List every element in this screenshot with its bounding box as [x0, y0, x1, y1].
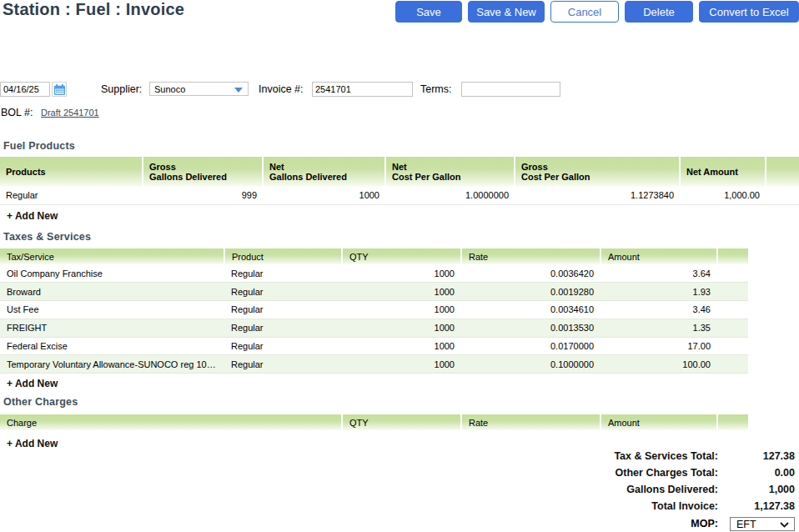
- col-products: Products: [0, 157, 143, 187]
- total-row-other-charges: Other Charges Total: 0.00: [382, 464, 799, 481]
- tax-cell: 3.64: [601, 264, 717, 283]
- supplier-label: Supplier:: [101, 83, 142, 95]
- tax-cell: 3.46: [601, 301, 717, 319]
- taxes-services-heading: Taxes & Services: [3, 231, 91, 243]
- fuel-products-header-row: Products GrossGallons Delivered NetGallo…: [0, 157, 799, 187]
- tax-service-row[interactable]: BrowardRegular10000.00192801.93: [0, 283, 748, 301]
- cell-net-cpg: 1.0000000: [385, 187, 515, 204]
- col-net-amount: Net Amount: [680, 157, 766, 187]
- col-tax-service: Tax/Service: [0, 248, 224, 264]
- totals-block: Tax & Services Total: 127.38 Other Charg…: [382, 448, 799, 514]
- tax-cell: Federal Excise: [0, 337, 224, 355]
- cell-product: Regular: [0, 187, 143, 204]
- tax-cell: 17.00: [601, 337, 717, 355]
- supplier-dropdown[interactable]: Sunoco: [149, 82, 249, 96]
- save-button[interactable]: Save: [395, 1, 462, 23]
- mop-label: MOP:: [691, 518, 718, 529]
- tax-cell: Ust Fee: [0, 301, 224, 319]
- tax-cell: Regular: [224, 283, 342, 301]
- tax-cell: 1000: [342, 283, 461, 301]
- other-charges-header-row: Charge QTY Rate Amount: [0, 414, 748, 430]
- fuel-product-row[interactable]: Regular 999 1000 1.0000000 1.1273840 1,0…: [0, 187, 799, 204]
- taxes-add-new-link[interactable]: + Add New: [7, 378, 58, 389]
- col-qty: QTY: [342, 414, 461, 430]
- total-label: Gallons Delivered:: [382, 484, 718, 495]
- tax-cell: Regular: [224, 337, 342, 355]
- convert-to-excel-button[interactable]: Convert to Excel: [699, 1, 799, 23]
- tax-cell: Broward: [0, 283, 224, 301]
- col-filler: [717, 248, 748, 264]
- cell-filler: [717, 355, 748, 374]
- cell-gross-cpg: 1.1273840: [515, 187, 680, 204]
- mop-select[interactable]: EFT: [730, 517, 795, 531]
- total-row-gallons: Gallons Delivered: 1,000: [382, 481, 799, 498]
- tax-cell: 1000: [342, 264, 461, 283]
- col-amount: Amount: [601, 248, 717, 264]
- cell-filler: [717, 283, 748, 301]
- cell-filler: [717, 301, 748, 319]
- toolbar: Save Save & New Cancel Delete Convert to…: [395, 1, 799, 23]
- tax-service-row[interactable]: FREIGHTRegular10000.00135301.35: [0, 319, 748, 337]
- terms-label: Terms:: [420, 83, 452, 95]
- invoice-number-label: Invoice #:: [259, 83, 304, 95]
- tax-cell: 1.35: [601, 319, 717, 337]
- terms-input[interactable]: [461, 82, 560, 97]
- cancel-button[interactable]: Cancel: [550, 1, 619, 23]
- col-net-gallons: NetGallons Delivered: [263, 157, 385, 187]
- save-and-new-button[interactable]: Save & New: [468, 1, 545, 23]
- supplier-value: Sunoco: [154, 84, 185, 94]
- tax-cell: 0.0019280: [461, 283, 601, 301]
- delete-button[interactable]: Delete: [625, 1, 693, 23]
- calendar-icon: [53, 83, 66, 96]
- bol-draft-link[interactable]: Draft 2541701: [41, 108, 99, 118]
- col-charge: Charge: [0, 414, 342, 430]
- other-charges-table: Charge QTY Rate Amount: [0, 414, 748, 430]
- fuel-products-table: Products GrossGallons Delivered NetGallo…: [0, 157, 799, 205]
- date-input[interactable]: [0, 82, 50, 97]
- col-amount: Amount: [601, 414, 717, 430]
- col-filler: [766, 157, 799, 187]
- total-value: 127.38: [718, 450, 799, 462]
- fuel-products-heading: Fuel Products: [3, 140, 75, 152]
- tax-cell: Oil Company Franchise: [0, 264, 224, 283]
- invoice-number-input[interactable]: [312, 82, 413, 97]
- tax-service-row[interactable]: Ust FeeRegular10000.00346103.46: [0, 301, 748, 319]
- fuel-add-new-link[interactable]: + Add New: [7, 210, 58, 222]
- tax-cell: 0.0170000: [461, 337, 601, 355]
- tax-cell: 1000: [342, 301, 461, 319]
- col-product: Product: [224, 248, 342, 264]
- col-filler: [717, 414, 748, 430]
- total-value: 0.00: [718, 467, 799, 479]
- cell-filler: [717, 264, 748, 283]
- invoice-form-row: Supplier: Sunoco Invoice #: Terms:: [0, 82, 799, 97]
- cell-gross-gallons: 999: [143, 187, 263, 204]
- tax-service-row[interactable]: Federal ExciseRegular10000.017000017.00: [0, 337, 748, 355]
- mop-row: MOP: EFT: [0, 517, 799, 532]
- taxes-header-row: Tax/Service Product QTY Rate Amount: [0, 248, 748, 264]
- total-label: Tax & Services Total:: [382, 450, 718, 462]
- tax-cell: Regular: [224, 264, 342, 283]
- page-title: Station : Fuel : Invoice: [3, 0, 184, 19]
- tax-service-row[interactable]: Oil Company FranchiseRegular10000.003642…: [0, 264, 748, 283]
- chevron-down-icon: [234, 88, 243, 93]
- col-gross-gallons: GrossGallons Delivered: [143, 157, 263, 187]
- chevron-down-icon: [780, 522, 789, 528]
- cell-filler: [766, 187, 799, 204]
- cell-net-gallons: 1000: [263, 187, 385, 204]
- tax-service-row[interactable]: Temporary Voluntary Allowance-SUNOCO reg…: [0, 355, 748, 374]
- total-value: 1,127.38: [718, 500, 799, 512]
- cell-net-amount: 1,000.00: [680, 187, 766, 204]
- cell-filler: [717, 319, 748, 337]
- taxes-services-table: Tax/Service Product QTY Rate Amount Oil …: [0, 248, 748, 374]
- col-gross-cpg: GrossCost Per Gallon: [515, 157, 680, 187]
- mop-value: EFT: [736, 519, 756, 530]
- calendar-button[interactable]: [52, 82, 67, 97]
- total-label: Other Charges Total:: [382, 467, 718, 479]
- tax-cell: FREIGHT: [0, 319, 224, 337]
- cell-filler: [717, 337, 748, 355]
- tax-cell: 0.0013530: [461, 319, 601, 337]
- tax-cell: 1000: [342, 319, 461, 337]
- bol-label: BOL #:: [1, 107, 33, 118]
- tax-cell: 1.93: [601, 283, 717, 301]
- other-charges-add-new-link[interactable]: + Add New: [7, 438, 58, 449]
